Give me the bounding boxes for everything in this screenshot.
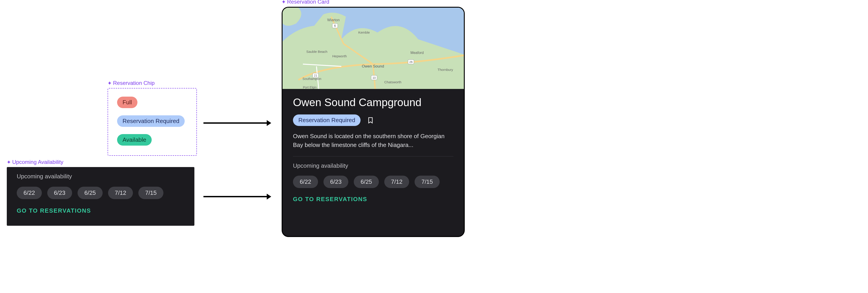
svg-text:Port Elgin: Port Elgin [303,85,317,89]
svg-marker-1 [267,120,271,126]
reservation-card: 6 10 26 21 Wiarton Kemble Sauble Beach [282,7,465,237]
diamond-icon [107,81,112,85]
go-to-reservations-link[interactable]: Go to Reservations [17,207,184,214]
svg-text:26: 26 [409,60,412,64]
svg-text:Hepworth: Hepworth [332,54,347,58]
upcoming-availability-label-text: Upcoming Availability [12,159,63,165]
reservation-chip-label-text: Reservation Chip [113,80,155,86]
card-availability-section: Upcoming availability 6/22 6/23 6/25 7/1… [293,162,454,203]
availability-dates-row: 6/22 6/23 6/25 7/12 7/15 [17,187,184,199]
reservation-chip-panel: Full Reservation Required Available [107,88,197,156]
status-chip[interactable]: Reservation Required [293,114,361,126]
go-to-reservations-link[interactable]: Go to Reservations [293,196,454,203]
date-chip[interactable]: 7/12 [384,176,409,188]
svg-text:Kemble: Kemble [358,31,370,34]
svg-text:Chatsworth: Chatsworth [384,80,401,84]
svg-text:6: 6 [334,24,336,28]
svg-text:Owen Sound: Owen Sound [362,64,384,68]
status-chip-label: Reservation Required [298,117,355,124]
date-chip[interactable]: 7/15 [414,176,440,188]
date-chip[interactable]: 6/25 [78,187,103,199]
svg-text:Wiarton: Wiarton [327,18,340,22]
date-chip[interactable]: 6/22 [17,187,42,199]
date-chip[interactable]: 6/25 [354,176,379,188]
chip-reservation-required[interactable]: Reservation Required [117,115,185,127]
svg-text:Thornbury: Thornbury [438,68,453,72]
svg-marker-3 [267,194,271,199]
card-availability-title: Upcoming availability [293,162,454,169]
chip-available-label: Available [123,136,146,143]
upcoming-availability-panel: Upcoming availability 6/22 6/23 6/25 7/1… [7,167,194,226]
svg-text:Sauble Beach: Sauble Beach [306,50,327,53]
upcoming-availability-label: Upcoming Availability [7,159,63,165]
svg-text:Southampton: Southampton [303,77,321,81]
chip-reservation-required-label: Reservation Required [123,118,179,124]
map-preview[interactable]: 6 10 26 21 Wiarton Kemble Sauble Beach [283,8,464,89]
card-availability-dates-row: 6/22 6/23 6/25 7/12 7/15 [293,176,454,188]
card-body: Owen Sound Campground Reservation Requir… [283,89,464,236]
arrow-icon [204,117,271,129]
date-chip[interactable]: 6/23 [47,187,72,199]
date-chip[interactable]: 6/22 [293,176,318,188]
date-chip[interactable]: 6/23 [323,176,348,188]
svg-text:Meaford: Meaford [410,51,424,54]
chip-full[interactable]: Full [117,97,137,108]
arrow-icon [204,191,271,202]
chip-full-label: Full [123,99,132,106]
card-meta-row: Reservation Required [293,114,454,126]
diamond-icon [282,0,286,4]
date-chip[interactable]: 7/15 [138,187,163,199]
availability-title: Upcoming availability [17,173,184,180]
map-svg: 6 10 26 21 Wiarton Kemble Sauble Beach [283,8,464,89]
card-title: Owen Sound Campground [293,96,454,109]
chip-available[interactable]: Available [117,134,152,146]
reservation-card-label: Reservation Card [282,0,329,5]
diamond-icon [7,160,11,164]
date-chip[interactable]: 7/12 [108,187,133,199]
svg-text:21: 21 [314,74,317,77]
svg-text:10: 10 [373,76,376,79]
divider [293,156,454,156]
card-description: Owen Sound is located on the southern sh… [293,132,454,149]
bookmark-button[interactable] [367,117,374,124]
reservation-chip-label: Reservation Chip [107,80,155,86]
bookmark-icon [367,117,374,124]
reservation-card-label-text: Reservation Card [287,0,329,5]
